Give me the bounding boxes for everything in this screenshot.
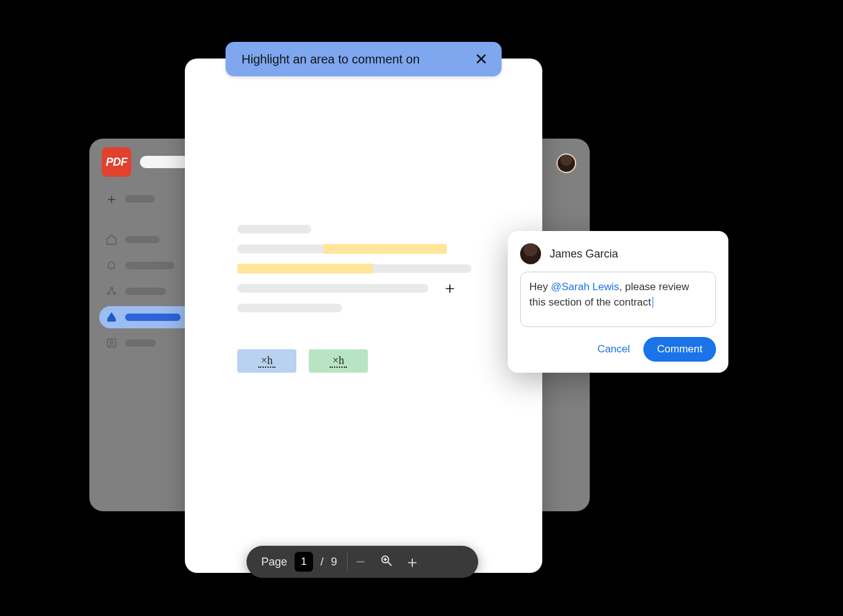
svg-line-7 xyxy=(388,562,392,565)
comment-text: Hey xyxy=(529,281,551,293)
magnifier-icon xyxy=(380,553,393,572)
contacts-icon xyxy=(105,337,118,349)
page-label: Page xyxy=(261,556,287,569)
signature-glyph: ×h xyxy=(330,355,346,368)
mention[interactable]: @Sarah Lewis xyxy=(551,281,619,293)
zoom-in-button[interactable]: ＋ xyxy=(399,549,425,575)
search-input[interactable] xyxy=(140,156,189,168)
svg-point-5 xyxy=(110,341,113,343)
page-separator: / xyxy=(320,556,324,569)
document-page[interactable]: ＋ ×h ×h xyxy=(185,59,542,573)
comment-popover: James Garcia Hey @Sarah Lewis, please re… xyxy=(508,231,728,373)
signature-glyph: ×h xyxy=(258,355,275,368)
plus-icon: ＋ xyxy=(404,551,420,573)
avatar xyxy=(520,243,541,264)
comment-input[interactable]: Hey @Sarah Lewis, please review this sec… xyxy=(520,272,716,327)
home-icon xyxy=(105,233,118,246)
banner-text: Highlight an area to comment on xyxy=(242,52,420,67)
document-body: ＋ ×h ×h xyxy=(237,225,499,373)
minus-icon: − xyxy=(356,553,365,572)
pdf-logo: PDF xyxy=(102,147,131,177)
cancel-button[interactable]: Cancel xyxy=(597,343,630,355)
drive-icon xyxy=(105,311,118,323)
svg-point-2 xyxy=(110,287,113,290)
comment-button[interactable]: Comment xyxy=(643,337,716,362)
zoom-fit-button[interactable] xyxy=(373,549,399,575)
avatar[interactable] xyxy=(556,153,576,173)
close-icon[interactable]: ✕ xyxy=(474,51,488,67)
total-pages: 9 xyxy=(331,556,337,569)
current-page-input[interactable]: 1 xyxy=(295,552,313,572)
share-icon xyxy=(105,285,118,298)
signature-field-1[interactable]: ×h xyxy=(237,349,296,373)
zoom-out-button[interactable]: − xyxy=(348,549,373,575)
crosshair-icon: ＋ xyxy=(442,277,458,299)
page-toolbar: Page 1 / 9 − ＋ xyxy=(246,546,478,578)
svg-rect-3 xyxy=(107,319,115,321)
plus-icon: ＋ xyxy=(105,193,118,205)
comment-author: James Garcia xyxy=(550,248,618,261)
bell-icon xyxy=(105,259,118,272)
text-caret xyxy=(653,297,653,308)
signature-field-2[interactable]: ×h xyxy=(309,349,368,373)
instruction-banner: Highlight an area to comment on ✕ xyxy=(226,42,502,76)
